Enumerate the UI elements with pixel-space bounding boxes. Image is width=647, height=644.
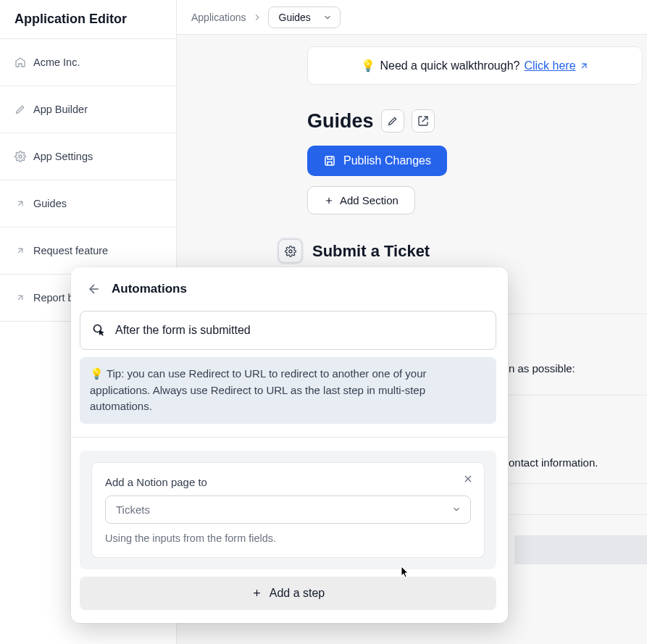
edit-title-button[interactable] xyxy=(381,109,404,133)
cursor-click-icon xyxy=(92,323,107,338)
save-icon xyxy=(323,154,336,167)
tip-box: 💡 Tip: you can use Redirect to URL to re… xyxy=(80,357,496,424)
open-external-button[interactable] xyxy=(412,109,435,133)
sidebar-item-label: App Settings xyxy=(33,151,93,162)
automations-modal: Automations After the form is submitted … xyxy=(71,267,508,623)
chevron-down-icon xyxy=(322,12,333,22)
arrow-up-right-icon xyxy=(14,292,26,304)
modal-title: Automations xyxy=(112,282,187,296)
external-link-icon xyxy=(417,115,429,127)
section-title: Submit a Ticket xyxy=(312,242,430,261)
step-select-value: Tickets xyxy=(116,503,150,516)
trigger-box[interactable]: After the form is submitted xyxy=(80,311,496,350)
gear-icon xyxy=(285,246,296,257)
divider xyxy=(71,437,508,438)
sidebar-item-label: Guides xyxy=(33,198,67,209)
app-title: Application Editor xyxy=(14,12,162,27)
step-helper-text: Using the inputs from the form fields. xyxy=(105,532,471,544)
lightbulb-icon: 💡 xyxy=(361,59,375,72)
section-settings-button[interactable] xyxy=(278,239,302,263)
breadcrumb-select[interactable]: Guides xyxy=(268,7,341,28)
sidebar-item-org[interactable]: Acme Inc. xyxy=(0,39,176,86)
back-arrow-icon[interactable] xyxy=(87,282,101,296)
sidebar-header: Application Editor xyxy=(0,0,176,39)
divider-line xyxy=(509,483,647,484)
content: 💡 Need a quick walkthrough? Click here G… xyxy=(177,35,647,263)
external-link-icon xyxy=(579,61,589,71)
step-card: Add a Notion page to Tickets Using the i… xyxy=(80,451,496,569)
topbar: Applications Guides xyxy=(177,0,647,35)
svg-point-0 xyxy=(19,155,22,158)
sidebar-item-label: App Builder xyxy=(33,104,88,115)
plus-icon xyxy=(324,196,334,206)
sidebar-item-app-settings[interactable]: App Settings xyxy=(0,133,176,180)
breadcrumb-current: Guides xyxy=(279,12,311,23)
chevron-right-icon xyxy=(252,12,262,22)
add-step-button[interactable]: Add a step xyxy=(80,577,496,610)
close-step-button[interactable] xyxy=(462,473,474,485)
tip-text: 💡 Tip: you can use Redirect to URL to re… xyxy=(90,367,427,412)
partial-text-2: ontact information. xyxy=(509,456,598,469)
partial-block xyxy=(514,535,647,564)
sidebar-item-label: Acme Inc. xyxy=(33,57,80,68)
page-title: Guides xyxy=(307,110,374,133)
svg-point-2 xyxy=(289,250,292,253)
page-title-row: Guides xyxy=(307,109,647,133)
section-header: Submit a Ticket xyxy=(278,239,647,263)
step-label: Add a Notion page to xyxy=(105,476,471,488)
walkthrough-banner: 💡 Need a quick walkthrough? Click here xyxy=(307,46,643,85)
step-select[interactable]: Tickets xyxy=(105,495,471,524)
pencil-icon xyxy=(14,104,26,115)
chevron-down-icon xyxy=(451,504,462,514)
sidebar-item-guides[interactable]: Guides xyxy=(0,180,176,227)
arrow-up-right-icon xyxy=(14,198,26,209)
step-inner-card: Add a Notion page to Tickets Using the i… xyxy=(91,462,485,558)
breadcrumb-root[interactable]: Applications xyxy=(191,12,246,23)
pencil-icon xyxy=(387,115,398,127)
divider-line xyxy=(509,514,647,515)
modal-header: Automations xyxy=(71,267,508,306)
svg-rect-1 xyxy=(325,156,334,165)
trigger-text: After the form is submitted xyxy=(115,324,251,337)
divider-line xyxy=(509,314,647,314)
home-icon xyxy=(14,57,26,68)
sidebar-item-label: Request feature xyxy=(33,245,108,256)
sidebar-item-app-builder[interactable]: App Builder xyxy=(0,86,176,133)
divider-line xyxy=(509,395,647,396)
partial-text-1: n as possible: xyxy=(509,362,575,375)
walkthrough-link[interactable]: Click here xyxy=(524,59,588,72)
gear-icon xyxy=(14,151,26,162)
publish-button[interactable]: Publish Changes xyxy=(307,146,447,176)
arrow-up-right-icon xyxy=(14,245,26,256)
walkthrough-text: Need a quick walkthrough? xyxy=(380,59,519,72)
plus-icon xyxy=(251,587,262,598)
add-section-button[interactable]: Add Section xyxy=(307,186,415,214)
